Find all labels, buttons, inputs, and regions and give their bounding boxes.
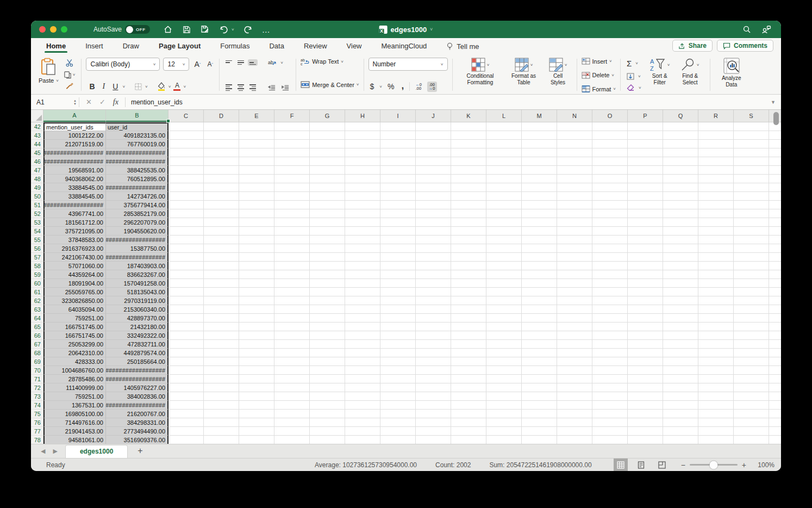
cell-A63[interactable]: 64035094.00 (43, 305, 106, 314)
empty-cells[interactable] (168, 305, 781, 314)
home-icon[interactable] (163, 24, 173, 34)
cell-B55[interactable]: ################## (106, 236, 168, 244)
cell-B74[interactable]: ################## (106, 401, 168, 410)
autosum-button[interactable]: Σ (625, 58, 633, 69)
close-window-button[interactable] (39, 26, 46, 33)
empty-cells[interactable] (168, 192, 781, 201)
cell-B53[interactable]: 2962207079.00 (106, 218, 168, 227)
row-header-52[interactable]: 52 (31, 209, 43, 218)
row-header-60[interactable]: 60 (31, 279, 43, 288)
decrease-indent-button[interactable] (266, 83, 278, 92)
cell-B71[interactable]: ################## (106, 375, 168, 383)
cell-B45[interactable]: ################## (106, 148, 168, 157)
formula-bar-value[interactable]: mention_user_ids (126, 98, 183, 106)
align-right-button[interactable] (248, 83, 258, 92)
fill-color-chevron-icon[interactable]: ˅ (168, 84, 171, 89)
ribbon-tab-draw[interactable]: Draw (123, 39, 139, 54)
paste-button[interactable]: Paste˅ (36, 57, 61, 85)
analyze-data-button[interactable]: Analyze Data (715, 57, 748, 93)
font-color-chevron-icon[interactable]: ˅ (183, 84, 186, 89)
cell-B65[interactable]: 21432180.00 (106, 323, 168, 331)
column-header-B[interactable]: B (106, 110, 168, 122)
empty-cells[interactable] (168, 218, 781, 227)
cell-A53[interactable]: 181561712.00 (43, 218, 106, 227)
row-header-78[interactable]: 78 (31, 436, 43, 444)
undo-chevron-icon[interactable]: ˅ (232, 27, 234, 32)
column-header-I[interactable]: I (380, 110, 416, 122)
cell-A73[interactable]: 759251.00 (43, 392, 106, 401)
fill-button[interactable] (625, 72, 636, 81)
empty-cells[interactable] (168, 270, 781, 279)
row-header-47[interactable]: 47 (31, 166, 43, 175)
empty-cells[interactable] (168, 157, 781, 166)
cell-B78[interactable]: 3516909376.00 (106, 436, 168, 444)
cell-A68[interactable]: 20642310.00 (43, 349, 106, 357)
cell-A49[interactable]: 33884545.00 (43, 183, 106, 192)
row-header-62[interactable]: 62 (31, 296, 43, 305)
cell-B43[interactable]: 4091823135.00 (106, 131, 168, 140)
bold-button[interactable]: B (86, 82, 98, 91)
fill-color-button[interactable] (155, 81, 167, 92)
minimize-window-button[interactable] (50, 26, 57, 33)
cell-B50[interactable]: 142734726.00 (106, 192, 168, 201)
cell-A55[interactable]: 37848583.00 (43, 236, 106, 244)
cell-A76[interactable]: 714497616.00 (43, 418, 106, 427)
empty-cells[interactable] (168, 288, 781, 296)
cell-A56[interactable]: 2916376923.00 (43, 244, 106, 253)
cell-B44[interactable]: 767760019.00 (106, 140, 168, 148)
page-break-view-button[interactable] (655, 459, 669, 472)
column-header-P[interactable]: P (628, 110, 663, 122)
autosave-toggle[interactable]: OFF (125, 25, 150, 34)
prev-sheet-icon[interactable]: ◀ (41, 448, 45, 455)
cell-A51[interactable]: ################## (43, 201, 106, 209)
selection-fill-handle[interactable] (166, 119, 170, 123)
normal-view-button[interactable] (614, 459, 628, 472)
empty-cells[interactable] (168, 253, 781, 262)
empty-cells[interactable] (168, 148, 781, 157)
more-commands-icon[interactable]: … (261, 24, 271, 34)
zoom-in-button[interactable]: + (742, 461, 746, 469)
increase-indent-button[interactable] (280, 83, 291, 92)
cell-B75[interactable]: 216200767.00 (106, 410, 168, 418)
empty-cells[interactable] (168, 131, 781, 140)
font-name-select[interactable]: Calibri (Body)˅ (86, 58, 160, 71)
zoom-level[interactable]: 100% (754, 461, 774, 469)
cell-B52[interactable]: 2853852179.00 (106, 209, 168, 218)
copy-button[interactable]: ˅ (62, 70, 77, 80)
row-header-66[interactable]: 66 (31, 331, 43, 340)
cell-B67[interactable]: 472832711.00 (106, 340, 168, 349)
row-header-65[interactable]: 65 (31, 323, 43, 331)
row-header-45[interactable]: 45 (31, 148, 43, 157)
column-header-D[interactable]: D (204, 110, 239, 122)
wrap-text-button[interactable]: abc Wrap Text ˅ (301, 58, 359, 65)
percent-format-button[interactable]: % (386, 81, 396, 92)
cell-B60[interactable]: 1570491258.00 (106, 279, 168, 288)
ribbon-tab-data[interactable]: Data (269, 39, 284, 54)
row-header-59[interactable]: 59 (31, 270, 43, 279)
empty-cells[interactable] (168, 166, 781, 175)
cell-B63[interactable]: 2153060340.00 (106, 305, 168, 314)
cell-A75[interactable]: 169805100.00 (43, 410, 106, 418)
format-as-table-button[interactable]: ˅ Format as Table (507, 57, 541, 86)
empty-cells[interactable] (168, 349, 781, 357)
column-header-J[interactable]: J (416, 110, 451, 122)
cell-B57[interactable]: ################## (106, 253, 168, 262)
cell-B77[interactable]: 2773494490.00 (106, 427, 168, 436)
add-sheet-button[interactable]: + (138, 446, 142, 455)
row-header-43[interactable]: 43 (31, 131, 43, 140)
empty-cells[interactable] (168, 209, 781, 218)
empty-cells[interactable] (168, 401, 781, 410)
cell-B47[interactable]: 388425535.00 (106, 166, 168, 175)
row-header-70[interactable]: 70 (31, 366, 43, 375)
ribbon-tab-review[interactable]: Review (304, 39, 327, 54)
row-header-68[interactable]: 68 (31, 349, 43, 357)
ribbon-tab-home[interactable]: Home (46, 39, 66, 54)
column-header-A[interactable]: A (43, 110, 106, 122)
decrease-font-size-button[interactable]: Aˇ (206, 59, 215, 69)
cut-button[interactable] (62, 58, 77, 68)
cell-A62[interactable]: 3230826850.00 (43, 296, 106, 305)
column-header-H[interactable]: H (345, 110, 380, 122)
zoom-slider[interactable] (690, 464, 738, 466)
autosum-chevron-icon[interactable]: ˅ (635, 61, 638, 66)
row-header-74[interactable]: 74 (31, 401, 43, 410)
